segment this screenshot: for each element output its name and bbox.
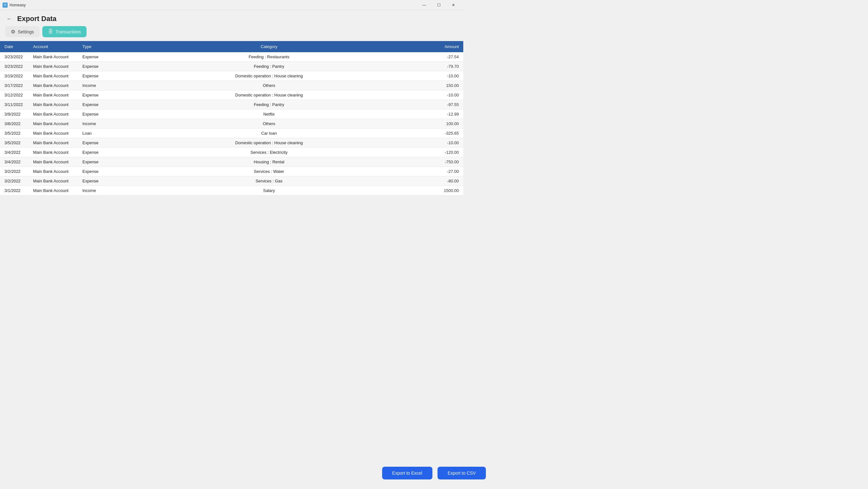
cell-category: Domestic operation : House cleaning (106, 90, 431, 100)
table-row: 3/2/2022Main Bank AccountExpenseServices… (0, 176, 463, 186)
cell-account: Main Bank Account (29, 90, 78, 100)
table-row: 3/17/2022Main Bank AccountIncomeOthers15… (0, 81, 463, 90)
cell-amount: -79.70 (431, 62, 463, 71)
cell-type: Income (78, 119, 106, 128)
page-header: ← Export Data (0, 10, 463, 26)
cell-date: 3/17/2022 (0, 81, 29, 90)
title-bar-left: H Homeasy (3, 3, 26, 8)
table-row: 3/12/2022Main Bank AccountExpenseDomesti… (0, 90, 463, 100)
cell-category: Services : Electricity (106, 148, 431, 157)
cell-type: Expense (78, 52, 106, 62)
cell-category: Netflix (106, 110, 431, 119)
tabs-bar: ⚙ Settings 🗄 Transactions (0, 26, 463, 41)
cell-account: Main Bank Account (29, 186, 78, 196)
table-row: 3/23/2022Main Bank AccountExpenseFeeding… (0, 52, 463, 62)
table-row: 3/2/2022Main Bank AccountExpenseServices… (0, 167, 463, 176)
cell-type: Expense (78, 100, 106, 110)
cell-account: Main Bank Account (29, 71, 78, 81)
cell-amount: 1500.00 (431, 186, 463, 196)
table-row: 3/8/2022Main Bank AccountIncomeOthers100… (0, 119, 463, 128)
transactions-table-container: Date Account Type Category Amount 3/23/2… (0, 41, 463, 196)
cell-amount: -10.00 (431, 90, 463, 100)
col-header-category: Category (106, 41, 431, 52)
table-row: 3/4/2022Main Bank AccountExpenseServices… (0, 148, 463, 157)
table-row: 3/1/2022Main Bank AccountIncomeSalary150… (0, 186, 463, 196)
tab-settings-label: Settings (18, 29, 34, 34)
transactions-icon: 🗄 (48, 29, 53, 35)
table-header-row: Date Account Type Category Amount (0, 41, 463, 52)
cell-category: Domestic operation : House cleaning (106, 71, 431, 81)
cell-amount: -10.00 (431, 71, 463, 81)
cell-date: 3/2/2022 (0, 167, 29, 176)
title-bar: H Homeasy — ☐ ✕ (0, 0, 463, 10)
cell-date: 3/23/2022 (0, 62, 29, 71)
app-icon: H (3, 3, 8, 8)
cell-account: Main Bank Account (29, 62, 78, 71)
cell-date: 3/9/2022 (0, 110, 29, 119)
cell-type: Expense (78, 157, 106, 167)
cell-account: Main Bank Account (29, 157, 78, 167)
cell-account: Main Bank Account (29, 81, 78, 90)
back-button[interactable]: ← (5, 15, 13, 22)
minimize-button[interactable]: — (417, 0, 431, 10)
cell-category: Salary (106, 186, 431, 196)
table-row: 3/19/2022Main Bank AccountExpenseDomesti… (0, 71, 463, 81)
cell-amount: -27.54 (431, 52, 463, 62)
cell-date: 3/23/2022 (0, 52, 29, 62)
cell-account: Main Bank Account (29, 100, 78, 110)
window-content: ← Export Data ⚙ Settings 🗄 Transactions … (0, 10, 463, 196)
tab-transactions-label: Transactions (56, 29, 81, 34)
cell-date: 3/12/2022 (0, 90, 29, 100)
close-button[interactable]: ✕ (446, 0, 461, 10)
cell-account: Main Bank Account (29, 138, 78, 148)
cell-account: Main Bank Account (29, 148, 78, 157)
transactions-table: Date Account Type Category Amount 3/23/2… (0, 41, 463, 196)
page-title: Export Data (17, 15, 56, 23)
cell-account: Main Bank Account (29, 167, 78, 176)
tab-transactions[interactable]: 🗄 Transactions (42, 26, 87, 37)
cell-type: Expense (78, 110, 106, 119)
cell-amount: -750.00 (431, 157, 463, 167)
col-header-amount: Amount (431, 41, 463, 52)
cell-amount: -27.00 (431, 167, 463, 176)
cell-type: Expense (78, 167, 106, 176)
cell-account: Main Bank Account (29, 176, 78, 186)
cell-amount: -120.00 (431, 148, 463, 157)
tab-settings[interactable]: ⚙ Settings (5, 26, 40, 37)
cell-account: Main Bank Account (29, 52, 78, 62)
cell-type: Income (78, 186, 106, 196)
cell-category: Others (106, 81, 431, 90)
cell-account: Main Bank Account (29, 110, 78, 119)
cell-category: Feeding : Restaurants (106, 52, 431, 62)
settings-icon: ⚙ (11, 29, 15, 35)
cell-date: 3/1/2022 (0, 186, 29, 196)
cell-amount: -12.99 (431, 110, 463, 119)
title-bar-controls: — ☐ ✕ (417, 0, 461, 10)
cell-category: Car loan (106, 128, 431, 138)
table-row: 3/4/2022Main Bank AccountExpenseHousing … (0, 157, 463, 167)
cell-type: Expense (78, 138, 106, 148)
cell-type: Expense (78, 90, 106, 100)
cell-date: 3/5/2022 (0, 128, 29, 138)
cell-date: 3/8/2022 (0, 119, 29, 128)
cell-type: Expense (78, 71, 106, 81)
cell-type: Expense (78, 62, 106, 71)
table-row: 3/5/2022Main Bank AccountLoanCar loan-32… (0, 128, 463, 138)
cell-category: Domestic operation : House cleaning (106, 138, 431, 148)
cell-account: Main Bank Account (29, 128, 78, 138)
cell-date: 3/2/2022 (0, 176, 29, 186)
table-row: 3/9/2022Main Bank AccountExpenseNetflix-… (0, 110, 463, 119)
cell-amount: -10.00 (431, 138, 463, 148)
table-row: 3/11/2022Main Bank AccountExpenseFeeding… (0, 100, 463, 110)
cell-category: Services : Water (106, 167, 431, 176)
cell-category: Others (106, 119, 431, 128)
cell-account: Main Bank Account (29, 119, 78, 128)
cell-amount: 150.00 (431, 81, 463, 90)
cell-category: Housing : Rental (106, 157, 431, 167)
cell-date: 3/5/2022 (0, 138, 29, 148)
cell-date: 3/4/2022 (0, 148, 29, 157)
cell-amount: -325.65 (431, 128, 463, 138)
maximize-button[interactable]: ☐ (431, 0, 446, 10)
cell-amount: -97.55 (431, 100, 463, 110)
app-name: Homeasy (9, 3, 26, 7)
